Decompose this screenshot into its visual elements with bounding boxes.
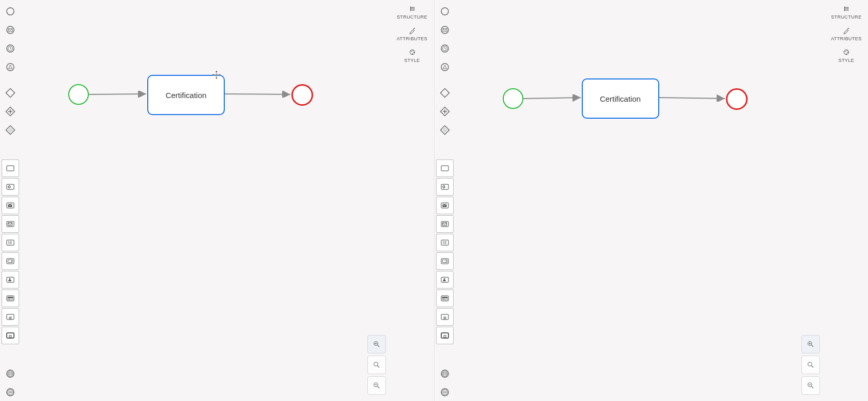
- prop-tab-label: STYLE: [839, 58, 855, 63]
- svg-rect-63: [441, 259, 448, 264]
- svg-line-44: [224, 94, 290, 94]
- start-event[interactable]: [503, 88, 523, 109]
- palette-gateway-complex-icon[interactable]: [436, 121, 454, 139]
- palette-task-user-icon[interactable]: [2, 271, 19, 288]
- task-node[interactable]: Certification: [582, 78, 659, 119]
- svg-point-84: [847, 52, 848, 53]
- zoom-in-button[interactable]: [801, 335, 820, 354]
- task-node[interactable]: Certification: [147, 75, 225, 115]
- canvas[interactable]: Certification: [455, 0, 826, 401]
- prop-tab-style[interactable]: STYLE: [392, 45, 433, 67]
- palette-subprocess-collapsed-icon[interactable]: [2, 308, 19, 326]
- svg-point-66: [443, 278, 445, 280]
- prop-tab-label: ATTRIBUTES: [397, 36, 427, 41]
- task-label: Certification: [165, 91, 206, 100]
- palette-event-timer-icon[interactable]: [2, 40, 19, 57]
- svg-rect-10: [7, 166, 14, 171]
- svg-point-29: [8, 371, 13, 376]
- svg-point-83: [847, 51, 848, 52]
- palette-task-receive-icon[interactable]: [436, 215, 454, 233]
- zoom-out-button[interactable]: [801, 376, 820, 395]
- end-event[interactable]: [291, 84, 313, 106]
- palette-event-signal-icon[interactable]: [2, 58, 19, 76]
- palette-end-message-icon[interactable]: [2, 365, 19, 382]
- palette-event-none-icon[interactable]: [2, 3, 19, 20]
- prop-tab-style[interactable]: STYLE: [826, 45, 867, 67]
- canvas[interactable]: Certification: [21, 0, 392, 401]
- svg-rect-51: [440, 89, 449, 98]
- prop-tab-label: ATTRIBUTES: [831, 36, 861, 41]
- svg-point-0: [7, 8, 14, 15]
- palette-task-none-icon[interactable]: [436, 159, 454, 177]
- palette-end-terminate-icon[interactable]: [436, 383, 454, 401]
- zoom-reset-button[interactable]: [367, 356, 386, 374]
- palette-task-service-icon[interactable]: [2, 178, 19, 196]
- palette-gateway-parallel-icon[interactable]: [436, 103, 454, 120]
- palette-subprocess-expanded-icon[interactable]: [436, 327, 454, 344]
- palette-task-script-icon[interactable]: [2, 234, 19, 251]
- palette-task-reference-icon[interactable]: [2, 252, 19, 270]
- palette-task-service-icon[interactable]: [436, 178, 454, 196]
- svg-point-32: [8, 390, 13, 395]
- palette-task-send-icon[interactable]: [436, 197, 454, 214]
- svg-point-45: [441, 8, 448, 15]
- palette-subprocess-collapsed-icon[interactable]: [436, 308, 454, 326]
- svg-point-77: [442, 390, 447, 395]
- zoom-reset-button[interactable]: [801, 356, 820, 374]
- svg-point-78: [847, 7, 848, 8]
- svg-point-1: [7, 26, 14, 34]
- prop-tab-attributes[interactable]: ATTRIBUTES: [826, 24, 867, 45]
- prop-tab-structure[interactable]: STRUCTURE: [826, 2, 867, 24]
- svg-point-38: [412, 51, 413, 52]
- structure-icon: [408, 4, 417, 13]
- palette-gateway-complex-icon[interactable]: [2, 121, 19, 139]
- palette-event-none-icon[interactable]: [436, 3, 454, 20]
- svg-point-37: [411, 51, 412, 52]
- shape-palette: [436, 2, 454, 399]
- properties-panel: STRUCTUREATTRIBUTESSTYLE: [826, 2, 867, 67]
- palette-task-receive-icon[interactable]: [2, 215, 19, 233]
- editor-pane: STRUCTUREATTRIBUTESSTYLECertification: [435, 0, 869, 401]
- svg-point-34: [413, 8, 414, 9]
- prop-tab-structure[interactable]: STRUCTURE: [392, 2, 433, 24]
- palette-event-timer-icon[interactable]: [436, 40, 454, 57]
- svg-point-74: [442, 371, 447, 376]
- palette-subprocess-expanded-icon[interactable]: [2, 327, 19, 344]
- style-icon: [842, 47, 851, 57]
- structure-icon: [842, 4, 851, 13]
- svg-line-88: [522, 98, 581, 99]
- start-event[interactable]: [68, 84, 89, 105]
- prop-tab-attributes[interactable]: ATTRIBUTES: [392, 24, 433, 45]
- palette-gateway-exclusive-icon[interactable]: [436, 84, 454, 102]
- palette-gateway-parallel-icon[interactable]: [2, 103, 19, 120]
- palette-end-terminate-icon[interactable]: [2, 383, 19, 401]
- end-event[interactable]: [726, 88, 748, 110]
- palette-task-reference-icon[interactable]: [436, 252, 454, 270]
- svg-line-89: [658, 98, 725, 99]
- shape-palette: [1, 2, 20, 399]
- palette-task-script-icon[interactable]: [436, 234, 454, 251]
- attributes-icon: [408, 26, 417, 35]
- palette-task-none-icon[interactable]: [2, 159, 19, 177]
- palette-task-business-rule-icon[interactable]: [436, 290, 454, 307]
- palette-task-business-rule-icon[interactable]: [2, 290, 19, 307]
- svg-point-39: [413, 52, 414, 53]
- svg-point-79: [847, 8, 848, 9]
- zoom-controls: [801, 334, 820, 396]
- prop-tab-label: STYLE: [404, 58, 420, 63]
- palette-task-user-icon[interactable]: [436, 271, 454, 288]
- palette-event-signal-icon[interactable]: [436, 58, 454, 76]
- svg-rect-65: [441, 277, 448, 282]
- prop-tab-label: STRUCTURE: [397, 14, 427, 20]
- palette-gateway-exclusive-icon[interactable]: [2, 84, 19, 102]
- prop-tab-label: STRUCTURE: [831, 14, 861, 20]
- svg-point-21: [9, 278, 11, 280]
- attributes-icon: [842, 26, 851, 35]
- zoom-in-button[interactable]: [367, 335, 386, 354]
- palette-task-send-icon[interactable]: [2, 197, 19, 214]
- zoom-controls: [367, 334, 386, 396]
- zoom-out-button[interactable]: [367, 376, 386, 395]
- palette-end-message-icon[interactable]: [436, 365, 454, 382]
- palette-event-message-icon[interactable]: [436, 21, 454, 39]
- palette-event-message-icon[interactable]: [2, 21, 19, 39]
